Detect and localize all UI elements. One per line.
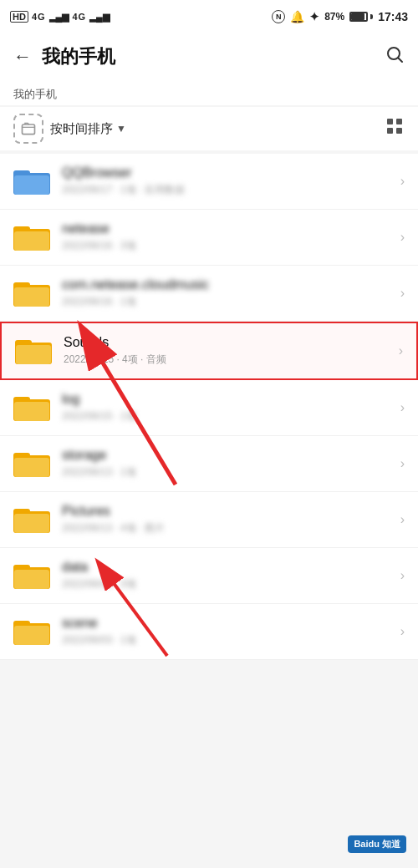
chevron-right-icon: › [400, 624, 405, 639]
sort-arrow-icon: ▼ [116, 123, 126, 135]
file-name: com.netease.cloudmusic [62, 277, 394, 292]
view-toggle-button[interactable] [385, 116, 405, 141]
svg-rect-24 [14, 458, 49, 477]
signal-4g-2: 4G [72, 12, 86, 22]
status-bar: HD 4G ▂▄▆ 4G ▂▄▆ N 🔔 ✦ 87% 17:43 [0, 0, 418, 33]
folder-icon [13, 393, 50, 423]
file-info: com.netease.cloudmusic 2022/06/16 · 1项 [62, 277, 394, 309]
file-name: log [62, 392, 394, 407]
add-folder-button[interactable] [13, 114, 43, 144]
file-meta: 2022/06/15 · 4项 · 音频 [64, 353, 392, 367]
list-item[interactable]: com.netease.cloudmusic 2022/06/16 · 1项 › [0, 266, 418, 322]
file-name: netease [62, 221, 394, 236]
file-meta: 2022/06/13 · 4项 · 图片 [62, 521, 394, 536]
svg-line-1 [399, 58, 403, 63]
svg-rect-6 [396, 128, 402, 134]
folder-icon [13, 222, 50, 252]
nfc-icon: N [272, 10, 285, 23]
toolbar-left: 按时间排序 ▼ [13, 114, 126, 144]
file-meta: 2022/06/16 · 3项 [62, 239, 394, 253]
svg-rect-15 [14, 287, 49, 307]
folder-icon [13, 278, 50, 308]
status-right: N 🔔 ✦ 87% 17:43 [272, 10, 408, 23]
back-button[interactable]: ← [13, 46, 32, 68]
file-name: storage [62, 448, 394, 463]
signal-bars-1: ▂▄▆ [49, 12, 69, 23]
svg-rect-27 [14, 514, 49, 533]
svg-rect-3 [387, 119, 393, 124]
chevron-right-icon: › [400, 286, 405, 301]
sort-label: 按时间排序 [50, 121, 113, 137]
file-info: QQBrowser 2022/06/17 · 1项 · 应用数据 [62, 165, 394, 197]
file-info: Sounds 2022/06/15 · 4项 · 音频 [64, 335, 392, 367]
app-bar: ← 我的手机 [0, 33, 418, 80]
file-meta: 2022/06/15 · 1项 [62, 409, 394, 424]
list-item[interactable]: storage 2022/06/13 · 1项 › [0, 436, 418, 492]
svg-rect-18 [16, 345, 51, 364]
list-item[interactable]: Sounds 2022/06/15 · 4项 · 音频 › [0, 322, 418, 380]
file-info: storage 2022/06/13 · 1项 [62, 448, 394, 480]
hd-indicator: HD [10, 11, 28, 23]
battery-icon [349, 12, 373, 22]
folder-icon [13, 617, 50, 647]
svg-rect-12 [14, 231, 49, 251]
chevron-right-icon: › [400, 230, 405, 245]
chevron-right-icon: › [400, 512, 405, 527]
file-meta: 2022/06/03 · 1项 [62, 633, 394, 647]
file-meta: 2022/06/16 · 1项 [62, 295, 394, 309]
chevron-right-icon: › [400, 568, 405, 583]
file-info: data 2022/06/06 · 3项 [62, 560, 394, 591]
signal-4g-1: 4G [32, 12, 46, 22]
svg-rect-21 [14, 402, 49, 421]
chevron-right-icon: › [400, 400, 405, 415]
svg-rect-2 [23, 124, 35, 135]
list-item[interactable]: scene 2022/06/03 · 1项 › [0, 604, 418, 660]
file-meta: 2022/06/17 · 1项 · 应用数据 [62, 183, 394, 197]
search-button[interactable] [385, 44, 405, 69]
svg-rect-33 [14, 626, 49, 645]
signal-bars-2: ▂▄▆ [89, 12, 110, 23]
bluetooth-icon: ✦ [309, 10, 319, 23]
file-name: QQBrowser [62, 165, 394, 180]
svg-rect-9 [14, 175, 49, 195]
chevron-right-icon: › [400, 456, 405, 471]
file-info: Pictures 2022/06/13 · 4项 · 图片 [62, 504, 394, 536]
status-left: HD 4G ▂▄▆ 4G ▂▄▆ [10, 11, 110, 23]
list-item[interactable]: Pictures 2022/06/13 · 4项 · 图片 › [0, 492, 418, 548]
file-info: scene 2022/06/03 · 1项 [62, 616, 394, 647]
battery-percent: 87% [324, 11, 344, 23]
folder-icon [13, 561, 50, 591]
folder-icon [13, 166, 50, 196]
breadcrumb: 我的手机 [0, 80, 418, 105]
file-name: data [62, 560, 394, 575]
app-bar-left: ← 我的手机 [13, 44, 115, 69]
folder-icon [15, 336, 52, 366]
file-list: QQBrowser 2022/06/17 · 1项 · 应用数据 › netea… [0, 154, 418, 660]
notification-icon: 🔔 [290, 10, 304, 23]
svg-rect-5 [387, 128, 393, 134]
file-meta: 2022/06/06 · 3项 [62, 577, 394, 591]
svg-rect-4 [396, 119, 402, 124]
list-item[interactable]: log 2022/06/15 · 1项 › [0, 380, 418, 436]
file-name: scene [62, 616, 394, 631]
time-display: 17:43 [378, 10, 408, 23]
page-title: 我的手机 [42, 44, 115, 69]
toolbar: 按时间排序 ▼ [0, 107, 418, 150]
sort-button[interactable]: 按时间排序 ▼ [50, 121, 126, 137]
watermark: Baidu 知道 [348, 835, 406, 853]
file-name: Pictures [62, 504, 394, 519]
folder-icon [13, 505, 50, 535]
file-meta: 2022/06/13 · 1项 [62, 465, 394, 480]
file-info: netease 2022/06/16 · 3项 [62, 221, 394, 253]
chevron-right-icon: › [400, 174, 405, 189]
folder-icon [13, 449, 50, 479]
list-item[interactable]: data 2022/06/06 · 3项 › [0, 548, 418, 604]
chevron-right-icon: › [399, 343, 403, 358]
file-info: log 2022/06/15 · 1项 [62, 392, 394, 424]
file-name: Sounds [64, 335, 392, 350]
list-item[interactable]: QQBrowser 2022/06/17 · 1项 · 应用数据 › [0, 154, 418, 210]
svg-rect-30 [14, 570, 49, 589]
list-item[interactable]: netease 2022/06/16 · 3项 › [0, 210, 418, 266]
